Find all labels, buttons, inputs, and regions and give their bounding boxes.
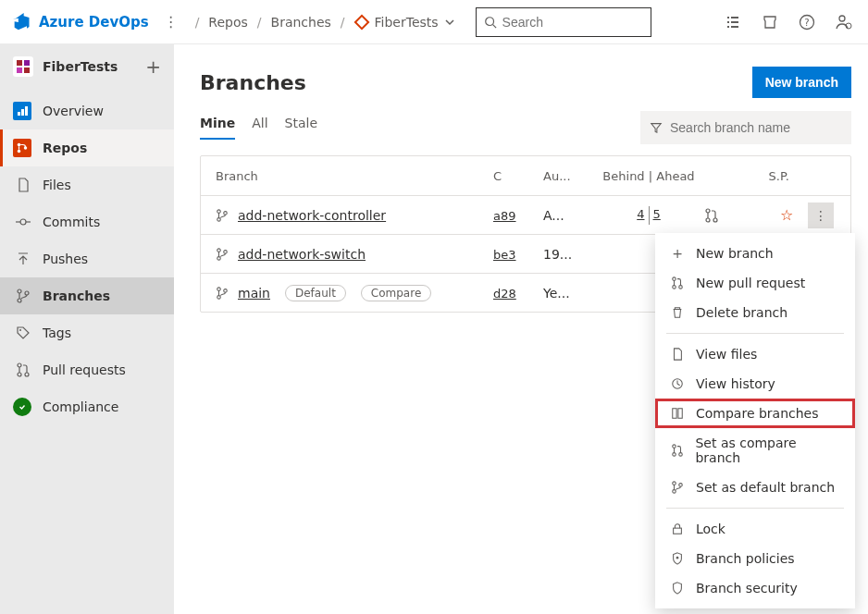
tab-mine[interactable]: Mine <box>200 116 235 140</box>
help-icon[interactable]: ? <box>798 13 816 31</box>
svg-text:?: ? <box>804 17 809 27</box>
svg-point-45 <box>673 482 676 485</box>
svg-point-14 <box>20 219 26 225</box>
branch-context-menu: + New branch New pull request Delete bra… <box>655 233 855 608</box>
svg-rect-41 <box>678 409 682 419</box>
add-project-button[interactable]: + <box>145 55 161 78</box>
sidebar-item-commits[interactable]: Commits <box>0 203 174 240</box>
sidebar-project-header[interactable]: FiberTests + <box>0 44 174 89</box>
files-icon <box>15 177 31 193</box>
menu-delete-branch[interactable]: Delete branch <box>655 298 855 327</box>
svg-point-26 <box>224 211 228 215</box>
sidebar-item-pull-requests[interactable]: Pull requests <box>0 351 174 388</box>
menu-item-label: New pull request <box>696 276 805 290</box>
tab-stale[interactable]: Stale <box>285 116 317 140</box>
settings-list-icon[interactable] <box>724 13 742 31</box>
svg-point-30 <box>217 248 221 252</box>
project-avatar-icon <box>13 56 33 77</box>
menu-item-label: Lock <box>696 522 725 536</box>
svg-point-36 <box>673 277 676 281</box>
marketplace-icon[interactable] <box>761 13 779 31</box>
sidebar-item-repos[interactable]: Repos <box>0 129 174 166</box>
sidebar-item-files[interactable]: Files <box>0 166 174 203</box>
col-pr: P. <box>780 169 808 183</box>
global-search-input[interactable] <box>502 15 643 30</box>
breadcrumb-project-picker[interactable]: FiberTests <box>354 15 455 30</box>
svg-point-44 <box>678 453 682 457</box>
menu-compare-branches[interactable]: Compare branches <box>655 399 855 428</box>
branch-icon <box>216 248 229 261</box>
branch-search-input[interactable] <box>670 120 842 135</box>
table-header-row: Branch C Au... Behind | Ahead S. P. <box>201 156 850 195</box>
compare-badge: Compare <box>361 285 431 301</box>
azure-devops-logo[interactable]: Azure DevOps <box>13 13 149 31</box>
menu-set-compare[interactable]: Set as compare branch <box>655 428 855 473</box>
trash-icon <box>670 305 685 320</box>
menu-new-branch[interactable]: + New branch <box>655 239 855 268</box>
menu-view-files[interactable]: View files <box>655 339 855 369</box>
pull-request-icon[interactable] <box>704 208 719 223</box>
favorite-star-icon[interactable]: ☆ <box>780 206 808 224</box>
svg-point-42 <box>672 445 676 448</box>
sidebar-item-label: Pushes <box>43 252 88 266</box>
sidebar-item-overview[interactable]: Overview <box>0 92 174 129</box>
breadcrumb-branches[interactable]: Branches <box>271 15 331 30</box>
menu-item-label: Branch security <box>696 581 798 596</box>
menu-lock[interactable]: Lock <box>655 514 855 544</box>
svg-point-24 <box>217 209 221 213</box>
svg-point-47 <box>679 484 683 487</box>
breadcrumb: / Repos / Branches / FiberTests <box>195 15 455 30</box>
svg-rect-8 <box>24 60 30 66</box>
branch-search[interactable] <box>640 111 851 144</box>
svg-point-11 <box>18 143 21 147</box>
vertical-ellipsis-icon[interactable]: ⋮ <box>160 13 182 31</box>
sidebar-item-label: Branches <box>43 289 110 303</box>
svg-point-49 <box>676 557 679 559</box>
branch-icon <box>216 209 229 222</box>
sidebar-item-tags[interactable]: Tags <box>0 314 174 351</box>
more-options-button[interactable]: ⋮ <box>808 203 834 228</box>
new-branch-button[interactable]: New branch <box>752 67 851 98</box>
menu-item-label: Compare branches <box>696 406 819 421</box>
menu-branch-security[interactable]: Branch security <box>655 573 855 603</box>
sidebar-item-compliance[interactable]: Compliance <box>0 388 174 425</box>
tags-icon <box>15 325 31 341</box>
azure-devops-icon <box>13 13 31 31</box>
branch-icon <box>216 287 229 300</box>
col-branch: Branch <box>216 169 493 183</box>
default-badge: Default <box>285 285 346 301</box>
overview-icon <box>13 102 31 120</box>
sidebar-item-pushes[interactable]: Pushes <box>0 240 174 277</box>
branch-link[interactable]: add-network-controller <box>238 208 386 223</box>
pull-request-icon <box>670 276 685 290</box>
filter-icon <box>650 121 663 134</box>
menu-branch-policies[interactable]: Branch policies <box>655 544 855 573</box>
global-search[interactable] <box>476 7 651 37</box>
page-title: Branches <box>200 71 306 94</box>
menu-view-history[interactable]: View history <box>655 369 855 399</box>
svg-point-29 <box>713 218 717 222</box>
branch-link[interactable]: main <box>238 286 270 301</box>
sidebar-item-label: Tags <box>43 325 71 340</box>
commit-link[interactable]: d28 <box>493 287 516 301</box>
menu-set-default[interactable]: Set as default branch <box>655 473 855 502</box>
shield-icon <box>670 581 685 596</box>
svg-rect-10 <box>24 68 30 73</box>
branches-icon <box>15 288 31 304</box>
compliance-icon <box>13 398 31 416</box>
behind-ahead-cell[interactable]: 45 <box>593 206 704 225</box>
menu-separator <box>666 508 844 509</box>
commit-link[interactable]: a89 <box>493 209 516 223</box>
sidebar-item-label: Commits <box>43 215 100 229</box>
user-settings-icon[interactable] <box>835 13 853 31</box>
menu-item-label: New branch <box>696 246 774 261</box>
author-cell: 19... <box>543 247 593 262</box>
menu-new-pull-request[interactable]: New pull request <box>655 268 855 298</box>
branch-link[interactable]: add-network-switch <box>238 247 366 262</box>
tab-all[interactable]: All <box>252 116 267 140</box>
menu-item-label: Set as compare branch <box>695 436 840 465</box>
branch-filter-tabs: Mine All Stale <box>200 116 317 140</box>
breadcrumb-repos[interactable]: Repos <box>208 15 247 30</box>
sidebar-item-branches[interactable]: Branches <box>0 277 174 314</box>
commit-link[interactable]: be3 <box>493 248 516 262</box>
